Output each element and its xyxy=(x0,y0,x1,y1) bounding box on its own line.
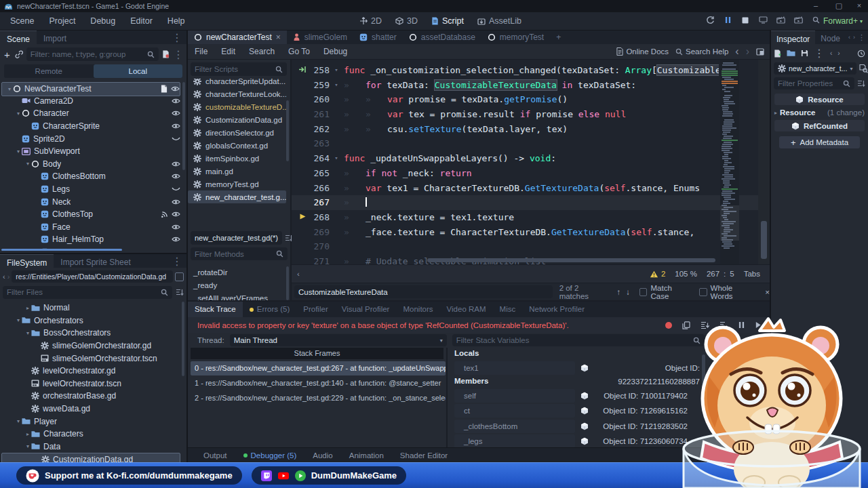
scene-tab-shatter[interactable]: shatter xyxy=(353,30,403,44)
scene-tree-vscrollbar[interactable] xyxy=(182,82,185,170)
file-tree-vscrollbar[interactable] xyxy=(182,302,184,376)
bottom-tab-animation[interactable]: Animation xyxy=(342,448,391,463)
code-line-260[interactable]: 260»»var promise = texData.getPromise() xyxy=(292,92,770,107)
line-number[interactable]: 260 xyxy=(304,92,330,107)
file-filter-input[interactable]: Filter Files xyxy=(3,286,172,299)
method-list-vscrollbar[interactable] xyxy=(286,266,289,300)
expand-icon[interactable]: ▸ xyxy=(24,431,31,437)
editor-zoom[interactable]: 105 % xyxy=(675,270,697,278)
refcounted-category-header[interactable]: RefCounted xyxy=(774,120,865,131)
eye-icon[interactable] xyxy=(172,199,180,205)
next-tab-icon[interactable]: › xyxy=(853,34,855,41)
prev-tab-icon[interactable]: ‹ xyxy=(848,34,850,41)
collapse-icon[interactable]: ▾ xyxy=(24,443,31,449)
close-tab-icon[interactable]: × xyxy=(276,33,281,42)
menu-debug[interactable]: Debug xyxy=(83,16,123,26)
filter-stack-variables-input[interactable]: Filter Stack Variables xyxy=(452,334,705,346)
kofi-pill[interactable]: Support me at Ko-fi.com/dumdummakegame xyxy=(16,466,242,485)
instance-scene-button[interactable] xyxy=(15,50,23,58)
debugger-tab-profiler[interactable]: Profiler xyxy=(296,302,334,317)
find-prev-icon[interactable]: ↑ xyxy=(617,288,621,296)
filter-properties-input[interactable]: Filter Properties xyxy=(774,77,854,89)
variable-value[interactable]: Object ID: 71001179402 xyxy=(593,389,688,403)
scene-tab-newCharacterTest[interactable]: newCharacterTest× xyxy=(188,30,287,44)
resource-section-row[interactable]: ▸ Resource (1 change) xyxy=(774,107,865,118)
scene-tab-slimeGolem[interactable]: slimeGolem xyxy=(287,30,353,44)
tab-import[interactable]: Import xyxy=(37,30,73,44)
menu-project[interactable]: Project xyxy=(41,16,83,26)
code-line-268[interactable]: 268»_neck.texture = tex1.texture xyxy=(292,210,770,225)
scene-tree-item[interactable]: ▾NewCharacterTest xyxy=(1,82,180,96)
eye-icon[interactable] xyxy=(172,110,180,117)
history-back-icon[interactable]: ‹ xyxy=(830,49,832,57)
code-line-265[interactable]: 265»if not _neck: return xyxy=(292,166,770,181)
code-line-267[interactable]: 267» xyxy=(292,195,770,210)
file-tree-item[interactable]: ▸Normal xyxy=(1,302,180,314)
scene-tree-item[interactable]: ▾Character xyxy=(1,107,180,120)
eye-icon[interactable] xyxy=(172,161,180,167)
nav-forward-icon[interactable]: › xyxy=(7,272,10,281)
line-number[interactable]: 269 xyxy=(304,225,330,240)
script-menu-file[interactable]: File xyxy=(188,47,214,56)
file-tree-item[interactable]: ▾Orchestrators xyxy=(1,314,180,327)
line-number[interactable]: 264 xyxy=(304,151,330,166)
expand-icon[interactable]: ▸ xyxy=(24,305,31,311)
save-resource-icon[interactable] xyxy=(801,49,808,57)
bottom-tab-audio[interactable]: Audio xyxy=(305,448,340,463)
workspace-script[interactable]: Script xyxy=(425,16,471,26)
skip-breakpoints-icon[interactable] xyxy=(665,322,672,329)
fold-icon[interactable]: ▾ xyxy=(332,151,340,166)
eyeoff-icon[interactable] xyxy=(172,186,180,192)
channel-pill[interactable]: DumDumMakeGame xyxy=(252,466,406,485)
movie-writer-icon[interactable] xyxy=(772,16,789,26)
scene-tree-menu-icon[interactable]: ⋮ xyxy=(173,48,184,61)
scene-tab-memoryTest[interactable]: memoryTest xyxy=(481,30,550,44)
script-menu-debug[interactable]: Debug xyxy=(317,47,354,56)
eye-icon[interactable] xyxy=(172,173,180,180)
line-number[interactable]: 263 xyxy=(304,136,330,151)
file-tree-item[interactable]: slimeGolemOrchestrator.gd xyxy=(1,340,180,352)
collapse-icon[interactable]: ▾ xyxy=(6,86,13,92)
script-menu-go-to[interactable]: Go To xyxy=(281,47,317,56)
dock-menu-icon[interactable]: ⋮ xyxy=(172,31,186,44)
sort-icon[interactable] xyxy=(176,288,184,296)
variable-value[interactable]: Object ID: 71269615162 xyxy=(593,404,688,418)
collapse-icon[interactable]: ▾ xyxy=(24,330,31,336)
line-number[interactable]: 270 xyxy=(304,239,330,254)
resource-menu-icon[interactable]: ⋮ xyxy=(814,47,825,60)
workspace-3d[interactable]: 3D xyxy=(389,16,425,26)
filter-methods-input[interactable]: Filter Methods xyxy=(191,247,288,260)
maximize-button[interactable]: ▢ xyxy=(829,0,849,12)
script-list-item[interactable]: globalsContext.gd xyxy=(188,139,286,152)
stop-icon[interactable] xyxy=(736,16,754,26)
eyeoff-icon[interactable] xyxy=(172,136,180,142)
collapse-icon[interactable]: ▾ xyxy=(15,148,22,155)
code-line-270[interactable]: 270 xyxy=(292,239,770,254)
eye-icon[interactable] xyxy=(172,123,180,129)
script-list-item[interactable]: directionSelector.gd xyxy=(188,126,286,139)
stack-frame-row[interactable]: 0 - res://Sandbox/new_character_test.gd:… xyxy=(191,361,446,375)
new-scene-tab-button[interactable]: + xyxy=(550,30,567,44)
scene-tree-item[interactable]: ClothesBottom xyxy=(1,170,180,183)
add-node-button[interactable]: + xyxy=(3,49,12,60)
close-find-icon[interactable]: × xyxy=(765,288,770,296)
code-vscrollbar-track[interactable] xyxy=(758,60,770,264)
stack-frame-row[interactable]: 1 - res://Sandbox/new_character_test.gd:… xyxy=(191,376,446,390)
scene-tree-item[interactable]: Camera2D xyxy=(1,95,180,108)
find-next-icon[interactable]: ↓ xyxy=(626,288,630,296)
debugger-tab-video-ram[interactable]: Video RAM xyxy=(440,302,493,317)
method-list-item[interactable]: _ready xyxy=(188,279,286,291)
line-number[interactable]: 262 xyxy=(304,122,330,137)
script-menu-search[interactable]: Search xyxy=(242,47,281,56)
renderer-select[interactable]: Forward+ ▾ xyxy=(823,16,863,26)
line-number[interactable]: 265 xyxy=(304,166,330,181)
history-icon[interactable] xyxy=(857,49,865,58)
tab-filesystem[interactable]: FileSystem xyxy=(0,254,54,268)
variable-name[interactable]: tex1 xyxy=(454,361,575,375)
collapse-icon[interactable]: ▾ xyxy=(15,110,22,117)
tab-inspector[interactable]: Inspector xyxy=(771,30,815,44)
script-list-item[interactable]: characterTextureLook... xyxy=(188,87,286,100)
variable-name[interactable]: ct xyxy=(454,404,575,418)
menu-scene[interactable]: Scene xyxy=(3,16,41,26)
pause-icon[interactable] xyxy=(719,16,736,26)
